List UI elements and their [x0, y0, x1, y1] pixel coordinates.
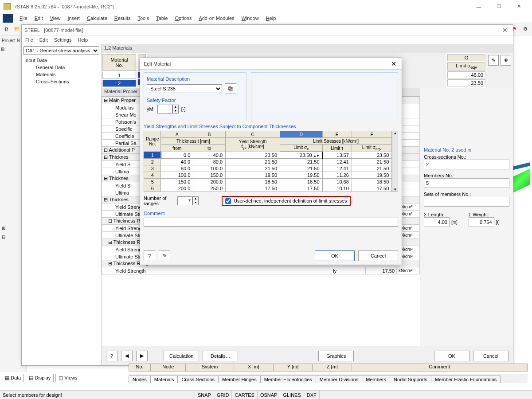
yield-from[interactable]: 0.0	[161, 152, 193, 159]
steel-menu-edit[interactable]: Edit	[39, 37, 48, 43]
yield-sigma-eqv[interactable]: 23.50	[352, 152, 391, 159]
graphics-button[interactable]: Graphics	[318, 351, 354, 361]
yield-from[interactable]: 150.0	[161, 179, 193, 185]
maximize-button[interactable]: ☐	[489, 0, 509, 13]
yield-tau[interactable]: 13.57	[322, 152, 352, 159]
tab-member-elastic-foundations[interactable]: Member Elastic Foundations	[431, 376, 501, 383]
view-icon[interactable]: 👁	[501, 55, 511, 66]
open-file-icon[interactable]: 📂	[12, 24, 22, 34]
yield-to[interactable]: 40.0	[193, 152, 226, 159]
yield-sigma-x[interactable]: 17.50	[280, 185, 322, 192]
user-defined-checkbox[interactable]: User-defined, independent definition of …	[222, 196, 351, 206]
steel-ok-button[interactable]: OK	[434, 351, 469, 361]
yield-sigma-x[interactable]: 23.50 ▲▼	[280, 152, 322, 159]
yield-fyk[interactable]: 17.50	[226, 185, 280, 192]
new-file-icon[interactable]: 🗋	[2, 24, 12, 34]
yield-to[interactable]: 150.0	[193, 172, 226, 179]
yield-from[interactable]: 200.0	[161, 185, 193, 192]
tree-materials[interactable]: Materials	[23, 71, 99, 78]
yield-from[interactable]: 40.0	[161, 159, 193, 165]
minimize-button[interactable]: —	[469, 0, 489, 13]
menu-help[interactable]: Help	[262, 15, 280, 22]
yield-to[interactable]: 100.0	[193, 165, 226, 172]
menu-calculate[interactable]: Calculate	[83, 15, 111, 22]
yield-to[interactable]: 80.0	[193, 159, 226, 165]
yield-sigma-eqv[interactable]: 19.50	[352, 172, 391, 179]
yield-fyk[interactable]: 18.50	[226, 179, 280, 185]
menu-edit[interactable]: Edit	[31, 15, 47, 22]
material-desc-select[interactable]: Steel S 235	[147, 84, 222, 93]
library-icon[interactable]: 📚	[225, 83, 236, 94]
menu-file[interactable]: File	[16, 15, 31, 22]
steel-menu-settings[interactable]: Settings	[54, 37, 72, 43]
yield-to[interactable]: 200.0	[193, 179, 226, 185]
gamma-spinner[interactable]: ▲▼	[157, 105, 179, 113]
case-select[interactable]: CA1 - General stress analysis of	[23, 46, 99, 55]
status-grid[interactable]: GRID	[214, 391, 232, 399]
tab-data[interactable]: ▦Data	[2, 374, 24, 382]
yield-tau[interactable]: 11.26	[322, 172, 352, 179]
yield-sigma-x[interactable]: 21.50	[280, 165, 322, 172]
user-defined-check-input[interactable]	[225, 198, 231, 204]
yield-sigma-eqv[interactable]: 21.50	[352, 165, 391, 172]
yield-row-no[interactable]: 6	[144, 185, 161, 192]
yield-fyk[interactable]: 19.50	[226, 172, 280, 179]
menu-results[interactable]: Results	[111, 15, 134, 22]
tab-member-eccentricities[interactable]: Member Eccentricities	[260, 376, 316, 383]
tab-member-hinges[interactable]: Member Hinges	[218, 376, 261, 383]
status-snap[interactable]: SNAP	[195, 391, 214, 399]
tree-expand-icon[interactable]: ⊞	[1, 47, 4, 51]
yield-tau[interactable]: 12.41	[322, 159, 352, 165]
yield-row-no[interactable]: 4	[144, 172, 161, 179]
tree-cross-sections[interactable]: Cross-Sections	[23, 78, 99, 85]
help-icon[interactable]: ?	[106, 351, 117, 361]
steel-menu-help[interactable]: Help	[78, 37, 88, 43]
tree-expand2-icon[interactable]: ⊞	[2, 226, 5, 231]
yield-row-no[interactable]: 3	[144, 165, 161, 172]
steel-menu-file[interactable]: File	[25, 37, 33, 43]
menu-view[interactable]: View	[47, 15, 64, 22]
yield-table[interactable]: RangeNo. A B C D E F Thickness t [mm] Yi…	[144, 131, 392, 192]
yield-sigma-eqv[interactable]: 17.50	[352, 185, 391, 192]
menu-add-on-modules[interactable]: Add-on Modules	[195, 15, 238, 22]
steel-cancel-button[interactable]: Cancel	[473, 351, 509, 361]
sets-field[interactable]	[424, 197, 509, 207]
details-button[interactable]: Details…	[203, 351, 238, 361]
dialog-help-icon[interactable]: ?	[144, 250, 155, 261]
yield-tau[interactable]: 10.68	[322, 179, 352, 185]
tab-nodes[interactable]: Nodes	[129, 376, 151, 383]
yield-sigma-x[interactable]: 19.50	[280, 172, 322, 179]
tree-root[interactable]: Input Data	[23, 57, 99, 64]
close-button[interactable]: ✕	[509, 0, 528, 13]
dialog-edit-icon[interactable]: ✎	[159, 250, 170, 261]
menu-table[interactable]: Table	[153, 15, 171, 22]
status-cartes[interactable]: CARTES	[232, 391, 257, 399]
dialog-close-button[interactable]: ✕	[389, 60, 398, 68]
tree-general-data[interactable]: General Data	[23, 64, 99, 71]
mat-row-1-no[interactable]: 1	[102, 72, 136, 79]
pick-icon[interactable]: ✎	[488, 55, 499, 66]
tab-display[interactable]: ▤Display	[26, 374, 54, 382]
calculation-button[interactable]: Calculation	[164, 351, 199, 361]
tab-members[interactable]: Members	[362, 376, 390, 383]
nranges-spinner[interactable]: ▲▼	[177, 196, 199, 205]
tab-cross-sections[interactable]: Cross-Sections	[177, 376, 219, 383]
yield-row-no[interactable]: 1	[144, 152, 161, 159]
yield-fyk[interactable]: 23.50	[226, 152, 280, 159]
yield-fyk[interactable]: 21.50	[226, 159, 280, 165]
yield-row-no[interactable]: 2	[144, 159, 161, 165]
tab-member-divisions[interactable]: Member Divisions	[316, 376, 362, 383]
yield-from[interactable]: 80.0	[161, 165, 193, 172]
tab-nodal-supports[interactable]: Nodal Supports	[390, 376, 431, 383]
yield-from[interactable]: 100.0	[161, 172, 193, 179]
yield-scrollbar[interactable]: ▲▼	[392, 131, 398, 192]
yield-sigma-eqv[interactable]: 18.50	[352, 179, 391, 185]
menu-tools[interactable]: Tools	[134, 15, 153, 22]
yield-sigma-x[interactable]: 18.50	[280, 179, 322, 185]
menu-insert[interactable]: Insert	[64, 15, 83, 22]
yield-to[interactable]: 250.0	[193, 185, 226, 192]
next-icon[interactable]: ▶	[136, 351, 148, 361]
comment-field[interactable]	[144, 218, 398, 227]
prev-icon[interactable]: ◀	[121, 351, 133, 361]
yield-sigma-x[interactable]: 21.50	[280, 159, 322, 165]
